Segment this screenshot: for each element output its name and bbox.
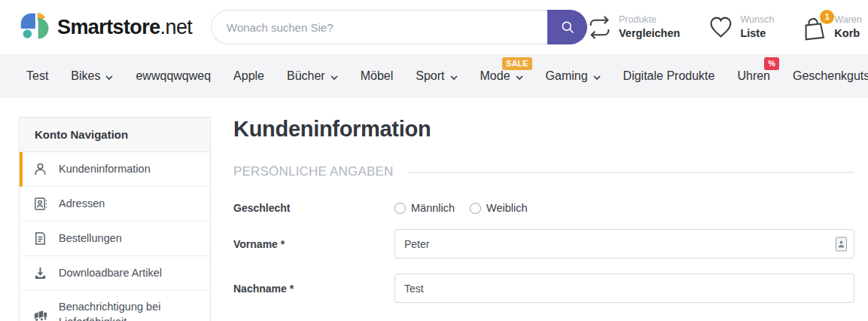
cart-label: Waren Korb xyxy=(834,14,861,40)
sidebar-item-label: Bestellungen xyxy=(59,231,122,246)
sidebar-item-downloadbare-artikel[interactable]: Downloadbare Artikel xyxy=(20,256,210,291)
nav-label: Sport xyxy=(416,69,444,83)
radio-label: Männlich xyxy=(411,202,455,214)
search-bar xyxy=(211,10,587,44)
main-panel: Kundeninformation PERSÖNLICHE ANGABEN Ge… xyxy=(233,117,854,318)
radio-circle-icon[interactable] xyxy=(470,203,481,214)
gender-radio-group: Männlich Weiblich xyxy=(394,202,854,214)
sidebar-item-benachrichtigung-lieferfaehigkeit[interactable]: Benachrichtigung bei Lieferfähigkeit xyxy=(20,291,210,321)
sidebar-item-label: Downloadbare Artikel xyxy=(59,266,162,281)
sidebar-item-label: Benachrichtigung bei Lieferfähigkeit xyxy=(59,300,199,321)
header-actions: Produkte Vergleichen Wunsch Liste 1 xyxy=(587,14,862,40)
brand-suffix: .net xyxy=(160,16,193,38)
nav-item-apple[interactable]: Apple xyxy=(233,69,264,83)
nav-label: Mode xyxy=(480,69,510,83)
site-header: Smartstore.net Produkte Vergleichen xyxy=(0,0,868,54)
chevron-down-icon xyxy=(450,75,458,80)
sidebar-item-label: Adressen xyxy=(59,197,105,212)
delivery-truck-icon xyxy=(33,307,47,321)
sidebar-item-bestellungen[interactable]: Bestellungen xyxy=(20,222,210,256)
nav-item-digitale-produkte[interactable]: Digitale Produkte xyxy=(623,69,715,83)
nav-label: Digitale Produkte xyxy=(623,69,715,83)
radio-circle-icon[interactable] xyxy=(394,203,406,214)
nav-item-buecher[interactable]: Bücher xyxy=(287,69,338,83)
last-name-input[interactable] xyxy=(394,274,854,303)
radio-maennlich[interactable]: Männlich xyxy=(394,202,455,214)
nav-label: ewwqqwqweq xyxy=(136,69,211,83)
heart-icon xyxy=(708,15,733,40)
nav-item-uhren[interactable]: %Uhren xyxy=(737,69,770,83)
cart-count-badge: 1 xyxy=(820,10,834,24)
last-name-control xyxy=(394,274,854,303)
section-heading-persoenliche-angaben: PERSÖNLICHE ANGABEN xyxy=(233,164,854,179)
main-navbar: Test Bikes ewwqqwqweq Apple Bücher Möbel… xyxy=(0,54,868,98)
search-icon xyxy=(560,20,575,35)
sidebar-item-label: Kundeninformation xyxy=(59,162,151,177)
nav-label: Möbel xyxy=(361,69,394,83)
nav-label: Bikes xyxy=(71,69,100,83)
nav-label: Test xyxy=(26,69,48,83)
sale-badge: SALE xyxy=(502,57,531,70)
wishlist-button[interactable]: Wunsch Liste xyxy=(708,14,774,40)
compare-products-button[interactable]: Produkte Vergleichen xyxy=(587,14,680,40)
cart-button[interactable]: 1 Waren Korb xyxy=(803,14,861,40)
compare-label-line2: Vergleichen xyxy=(619,26,680,40)
sidebar-title: Konto Navigation xyxy=(20,118,210,152)
nav-item-geschenkgutscheine[interactable]: Geschenkgutscheine xyxy=(793,69,868,83)
nav-item-sport[interactable]: Sport xyxy=(416,69,457,83)
wishlist-label: Wunsch Liste xyxy=(740,14,774,40)
content-area: Konto Navigation Kundeninformation Adres… xyxy=(0,98,868,321)
compare-label-line1: Produkte xyxy=(619,14,680,26)
address-book-icon xyxy=(33,197,47,211)
nav-item-test[interactable]: Test xyxy=(26,69,48,83)
page-title: Kundeninformation xyxy=(233,117,854,142)
nav-item-ewwqqwqweq[interactable]: ewwqqwqweq xyxy=(136,69,211,83)
nav-item-moebel[interactable]: Möbel xyxy=(361,69,394,83)
first-name-row: Vorname * xyxy=(233,229,854,258)
brand-name: Smartstore.net xyxy=(57,16,192,39)
order-document-icon xyxy=(33,231,47,246)
chevron-down-icon xyxy=(105,75,113,80)
gender-control: Männlich Weiblich xyxy=(394,202,854,214)
account-sidebar: Konto Navigation Kundeninformation Adres… xyxy=(19,117,211,321)
brand-bold: Smartstore xyxy=(57,16,160,38)
chevron-down-icon xyxy=(593,75,601,80)
nav-label: Apple xyxy=(233,69,264,83)
gender-row: Geschlecht Männlich Weiblich xyxy=(233,202,854,214)
smartstore-logo-icon xyxy=(18,11,50,43)
person-icon xyxy=(33,162,47,176)
search-button[interactable] xyxy=(547,10,587,44)
logo[interactable]: Smartstore.net xyxy=(18,11,211,43)
radio-label: Weiblich xyxy=(486,202,528,214)
shopping-bag-icon: 1 xyxy=(803,15,827,40)
nav-item-gaming[interactable]: Gaming xyxy=(546,69,601,83)
nav-item-bikes[interactable]: Bikes xyxy=(71,69,113,83)
nav-label: Uhren xyxy=(737,69,770,83)
nav-item-mode[interactable]: SALEMode xyxy=(480,69,523,83)
nav-label: Geschenkgutscheine xyxy=(793,69,868,83)
last-name-row: Nachname * xyxy=(233,274,854,303)
last-name-label: Nachname * xyxy=(233,283,394,295)
search-input[interactable] xyxy=(211,10,547,44)
gender-label: Geschlecht xyxy=(233,202,394,214)
sidebar-item-adressen[interactable]: Adressen xyxy=(20,187,210,222)
section-divider xyxy=(409,172,854,173)
percent-badge: % xyxy=(764,57,779,70)
chevron-down-icon xyxy=(330,75,338,80)
download-icon xyxy=(33,266,47,280)
compare-label: Produkte Vergleichen xyxy=(619,14,680,40)
radio-weiblich[interactable]: Weiblich xyxy=(470,202,528,214)
nav-label: Gaming xyxy=(546,69,588,83)
wishlist-label-line1: Wunsch xyxy=(740,14,774,26)
autofill-contact-icon[interactable] xyxy=(836,237,847,251)
cart-label-line1: Waren xyxy=(834,14,861,26)
first-name-input[interactable] xyxy=(394,229,854,258)
nav-label: Bücher xyxy=(287,69,325,83)
first-name-control xyxy=(394,229,854,258)
section-heading-label: PERSÖNLICHE ANGABEN xyxy=(233,164,394,179)
sidebar-item-kundeninformation[interactable]: Kundeninformation xyxy=(20,152,210,187)
cart-label-line2: Korb xyxy=(834,26,861,40)
chevron-down-icon xyxy=(516,75,523,80)
wishlist-label-line2: Liste xyxy=(740,26,774,40)
compare-icon xyxy=(587,15,612,40)
